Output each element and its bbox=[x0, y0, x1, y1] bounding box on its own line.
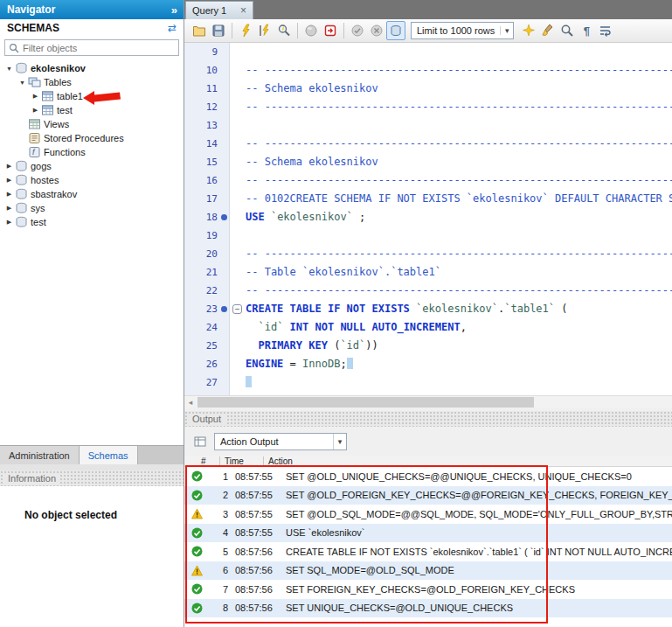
tree-item-tables[interactable]: ▼Tables bbox=[0, 75, 184, 89]
output-row[interactable]: 208:57:55SET @OLD_FOREIGN_KEY_CHECKS=@@F… bbox=[184, 486, 672, 505]
editor-toolbar: Limit to 1000 rows▾¶ bbox=[184, 19, 672, 43]
collapse-icon[interactable]: ▶ bbox=[3, 205, 15, 212]
toolbar-separator bbox=[297, 23, 298, 38]
row-time: 08:57:55 bbox=[235, 471, 282, 482]
chevron-down-icon[interactable]: ▾ bbox=[500, 26, 513, 35]
panel-splitter[interactable] bbox=[0, 464, 184, 470]
action-output-selected: Action Output bbox=[215, 436, 284, 447]
output-row[interactable]: 408:57:55USE `ekolesnikov` bbox=[184, 524, 672, 543]
editor-horizontal-scrollbar[interactable]: ◂ bbox=[184, 395, 672, 408]
tree-item-sbastrakov[interactable]: ▶sbastrakov bbox=[0, 187, 184, 201]
row-index: 3 bbox=[205, 509, 228, 519]
collapse-icon[interactable]: ▶ bbox=[3, 177, 15, 184]
code-line: 17-- 0102CREATE SCHEMA IF NOT EXISTS `ek… bbox=[184, 190, 672, 208]
output-row[interactable]: 508:57:56CREATE TABLE IF NOT EXISTS `eko… bbox=[184, 542, 672, 561]
toggle-stop-on-error-icon[interactable] bbox=[321, 21, 340, 40]
code-line: 18USE `ekolesnikov` ; bbox=[184, 208, 672, 226]
row-time: 08:57:56 bbox=[235, 547, 282, 557]
output-row[interactable]: 708:57:56SET FOREIGN_KEY_CHECKS=@OLD_FOR… bbox=[184, 580, 672, 599]
tree-item-hostes[interactable]: ▶hostes bbox=[0, 173, 184, 187]
query-tab-label: Query 1 bbox=[192, 5, 226, 16]
code-text: USE `ekolesnikov` ; bbox=[246, 208, 672, 226]
fold-minus-icon[interactable]: − bbox=[232, 304, 242, 314]
collapse-icon[interactable]: ▶ bbox=[3, 191, 15, 198]
save-script-icon[interactable] bbox=[209, 21, 228, 40]
line-number: 19 bbox=[184, 226, 218, 245]
output-header: Output bbox=[184, 411, 672, 427]
scroll-left-arrow-icon[interactable]: ◂ bbox=[184, 396, 197, 408]
collapse-icon[interactable]: ▶ bbox=[30, 93, 41, 100]
execute-icon[interactable] bbox=[236, 21, 255, 40]
autocommit-icon[interactable] bbox=[386, 21, 405, 40]
expand-icon[interactable]: ▼ bbox=[17, 80, 28, 86]
tab-query-1[interactable]: Query 1 × bbox=[185, 1, 253, 19]
success-icon bbox=[191, 490, 205, 501]
broom-icon[interactable] bbox=[538, 21, 558, 40]
line-number: 13 bbox=[184, 116, 218, 135]
rollback-icon[interactable] bbox=[367, 21, 386, 40]
row-action: SET @OLD_SQL_MODE=@@SQL_MODE, SQL_MODE='… bbox=[286, 509, 672, 519]
sql-editor[interactable]: 910-- ----------------------------------… bbox=[184, 43, 672, 395]
column-separator[interactable] bbox=[219, 456, 220, 466]
tree-item-test[interactable]: ▶test bbox=[0, 103, 184, 117]
line-number: 14 bbox=[184, 135, 218, 153]
collapse-icon[interactable]: ▶ bbox=[30, 107, 41, 114]
column-separator[interactable] bbox=[263, 456, 264, 466]
column-header-action: Action bbox=[268, 456, 293, 467]
line-number: 21 bbox=[184, 263, 218, 282]
limit-rows-dropdown[interactable]: Limit to 1000 rows▾ bbox=[411, 22, 514, 39]
line-number: 11 bbox=[184, 80, 218, 98]
code-line: 23−CREATE TABLE IF NOT EXISTS `ekolesnik… bbox=[184, 300, 672, 318]
tree-item-views[interactable]: Views bbox=[0, 117, 184, 131]
line-number: 17 bbox=[184, 190, 218, 208]
code-text bbox=[246, 373, 672, 392]
beautify-icon[interactable] bbox=[519, 21, 538, 40]
collapse-icon[interactable]: ▶ bbox=[3, 163, 15, 170]
column-header-time: Time bbox=[225, 456, 244, 467]
row-action: SET UNIQUE_CHECKS=@OLD_UNIQUE_CHECKS bbox=[286, 603, 672, 613]
open-script-icon[interactable] bbox=[190, 21, 209, 40]
filter-input[interactable] bbox=[19, 43, 175, 53]
code-text: -- 0102CREATE SCHEMA IF NOT EXISTS `ekol… bbox=[246, 190, 672, 208]
tree-item-test[interactable]: ▶test bbox=[0, 215, 184, 229]
schema-icon bbox=[15, 188, 30, 200]
close-icon[interactable]: × bbox=[240, 5, 246, 16]
code-line: 13 bbox=[184, 116, 672, 135]
refresh-icon[interactable]: ⇄ bbox=[168, 22, 177, 34]
output-row[interactable]: 608:57:56SET SQL_MODE=@OLD_SQL_MODE bbox=[184, 561, 672, 581]
output-row[interactable]: 308:57:55SET @OLD_SQL_MODE=@@SQL_MODE, S… bbox=[184, 505, 672, 524]
collapse-icon[interactable]: ▶ bbox=[3, 219, 15, 226]
stop-icon[interactable] bbox=[301, 21, 321, 40]
tab-administration[interactable]: Administration bbox=[0, 446, 80, 464]
row-action: SET FOREIGN_KEY_CHECKS=@OLD_FOREIGN_KEY_… bbox=[286, 584, 672, 595]
row-time: 08:57:55 bbox=[235, 527, 282, 538]
action-output-dropdown[interactable]: Action Output ▾ bbox=[214, 433, 347, 450]
wrap-text-icon[interactable] bbox=[596, 21, 615, 40]
tree-item-table1[interactable]: ▶table1 bbox=[0, 89, 184, 103]
find-icon[interactable] bbox=[558, 21, 577, 40]
output-row[interactable]: 808:57:56SET UNIQUE_CHECKS=@OLD_UNIQUE_C… bbox=[184, 599, 672, 618]
panel-collapse-icon[interactable]: » bbox=[171, 3, 177, 17]
search-icon bbox=[9, 43, 19, 53]
tab-schemas[interactable]: Schemas bbox=[80, 446, 138, 464]
explain-icon[interactable] bbox=[274, 21, 294, 40]
tree-item-sys[interactable]: ▶sys bbox=[0, 201, 184, 215]
tree-item-stored-procedures[interactable]: Stored Procedures bbox=[0, 131, 184, 145]
tree-item-functions[interactable]: fFunctions bbox=[0, 145, 184, 159]
tree-item-gogs[interactable]: ▶gogs bbox=[0, 159, 184, 173]
execute-current-statement-icon[interactable] bbox=[255, 21, 274, 40]
output-row[interactable]: 108:57:55SET @OLD_UNIQUE_CHECKS=@@UNIQUE… bbox=[184, 467, 672, 486]
row-index: 4 bbox=[205, 527, 228, 538]
invisible-chars-icon[interactable]: ¶ bbox=[577, 21, 596, 40]
code-line: 9 bbox=[184, 43, 672, 61]
code-text: CREATE TABLE IF NOT EXISTS `ekolesnikov`… bbox=[246, 300, 672, 318]
scrollbar-thumb[interactable] bbox=[197, 397, 534, 408]
code-line: 16-- -----------------------------------… bbox=[184, 171, 672, 190]
commit-icon[interactable] bbox=[348, 21, 367, 40]
expand-icon[interactable]: ▼ bbox=[3, 66, 15, 72]
action-output-icon bbox=[193, 435, 207, 449]
tree-item-ekolesnikov[interactable]: ▼ekolesnikov bbox=[0, 61, 184, 75]
row-index: 5 bbox=[205, 547, 228, 557]
code-text: -- -------------------------------------… bbox=[246, 98, 672, 116]
navigator-title-bar[interactable]: Navigator » bbox=[0, 0, 184, 19]
